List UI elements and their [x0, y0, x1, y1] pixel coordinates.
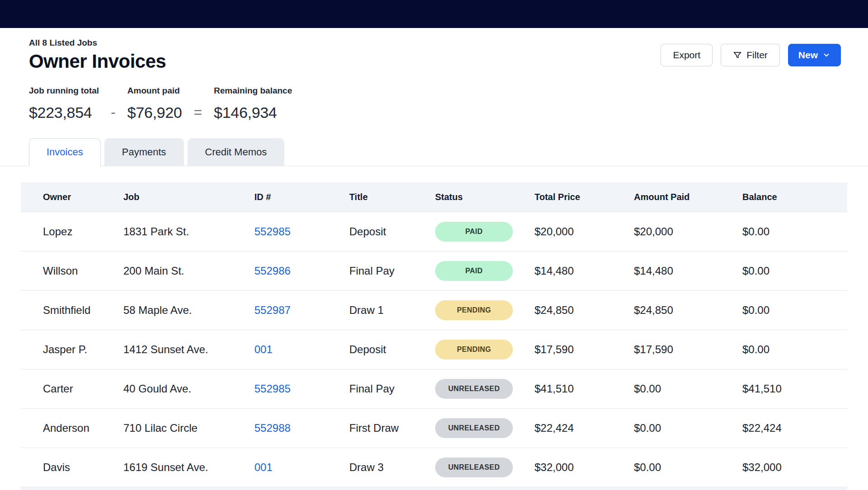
status-badge: UNRELEASED — [435, 379, 513, 399]
cell-status: PENDING — [430, 330, 529, 369]
tab-payments[interactable]: Payments — [104, 138, 184, 166]
column-header-balance: Balance — [737, 182, 847, 212]
invoice-id-link[interactable]: 552985 — [254, 383, 291, 395]
cell-balance: $0.00 — [737, 330, 847, 369]
cell-total-price: $22,424 — [529, 409, 629, 448]
status-badge: UNRELEASED — [435, 457, 513, 477]
cell-total-price: $24,850 — [529, 291, 629, 330]
cell-total-price: $20,000 — [529, 212, 629, 252]
cell-owner: Willson — [21, 252, 118, 291]
table-row: Anderson710 Lilac Circle552988First Draw… — [21, 409, 847, 448]
invoice-id-link[interactable]: 552986 — [254, 265, 291, 277]
cell-amount-paid: $24,850 — [629, 291, 737, 330]
filter-icon — [733, 51, 742, 60]
table-row: Willson200 Main St.552986Final PayPAID$1… — [21, 252, 847, 291]
cell-status: PENDING — [430, 291, 529, 330]
title-block: All 8 Listed Jobs Owner Invoices — [29, 38, 166, 72]
cell-id: 552985 — [249, 212, 344, 252]
cell-id: 001 — [249, 448, 344, 487]
totals-row: Totals $172,854 $76,920 $95,934 — [21, 487, 847, 490]
tab-credit-memos[interactable]: Credit Memos — [188, 138, 285, 166]
cell-amount-paid: $0.00 — [629, 448, 737, 487]
table-header: Owner Job ID # Title Status Total Price … — [21, 182, 847, 212]
cell-id: 552986 — [249, 252, 344, 291]
table-row: Carter40 Gould Ave.552985Final PayUNRELE… — [21, 369, 847, 409]
summary-label: Amount paid — [127, 86, 182, 96]
cell-title: Deposit — [344, 212, 430, 252]
cell-owner: Carter — [21, 369, 118, 409]
column-header-total-price: Total Price — [529, 182, 629, 212]
column-header-job: Job — [118, 182, 249, 212]
cell-amount-paid: $0.00 — [629, 369, 737, 409]
cell-title: Deposit — [344, 330, 430, 369]
minus-operator: - — [111, 104, 116, 121]
cell-title: First Draw — [344, 409, 430, 448]
summary-value: $76,920 — [127, 104, 182, 121]
totals-amount-paid: $76,920 — [629, 487, 737, 490]
new-button-label: New — [798, 50, 818, 61]
status-badge: PAID — [435, 261, 513, 281]
cell-id: 001 — [249, 330, 344, 369]
cell-status: UNRELEASED — [430, 448, 529, 487]
column-header-id: ID # — [249, 182, 344, 212]
cell-amount-paid: $0.00 — [629, 409, 737, 448]
summary-amount-paid: Amount paid $76,920 — [127, 86, 182, 121]
invoice-id-link[interactable]: 001 — [254, 461, 272, 473]
invoice-rows: Lopez1831 Park St.552985DepositPAID$20,0… — [21, 212, 847, 487]
cell-id: 552988 — [249, 409, 344, 448]
cell-job: 1619 Sunset Ave. — [118, 448, 249, 487]
summary-job-running-total: Job running total $223,854 — [29, 86, 99, 121]
table-row: Jasper P.1412 Sunset Ave.001DepositPENDI… — [21, 330, 847, 369]
invoice-id-link[interactable]: 552985 — [254, 225, 291, 238]
summary-value: $146,934 — [214, 104, 292, 121]
equals-operator: = — [194, 104, 202, 121]
cell-job: 1831 Park St. — [118, 212, 249, 252]
summary-label: Job running total — [29, 86, 99, 96]
cell-owner: Davis — [21, 448, 118, 487]
toolbar: Export Filter New — [661, 44, 841, 66]
summary-value: $223,854 — [29, 104, 99, 121]
cell-balance: $0.00 — [737, 291, 847, 330]
page-header: All 8 Listed Jobs Owner Invoices Export … — [0, 28, 868, 72]
table-row: Lopez1831 Park St.552985DepositPAID$20,0… — [21, 212, 847, 252]
top-navigation-bar — [0, 0, 868, 28]
new-button[interactable]: New — [788, 44, 841, 66]
status-badge: PENDING — [435, 340, 513, 359]
cell-title: Final Pay — [344, 369, 430, 409]
tab-invoices[interactable]: Invoices — [29, 138, 101, 166]
cell-status: UNRELEASED — [430, 409, 529, 448]
cell-owner: Jasper P. — [21, 330, 118, 369]
column-header-owner: Owner — [21, 182, 118, 212]
summary-remaining-balance: Remaining balance $146,934 — [214, 86, 292, 121]
cell-balance: $0.00 — [737, 252, 847, 291]
cell-total-price: $41,510 — [529, 369, 629, 409]
invoice-id-link[interactable]: 552988 — [254, 422, 291, 434]
export-button-label: Export — [673, 50, 700, 61]
invoices-table: Owner Job ID # Title Status Total Price … — [21, 182, 847, 490]
cell-amount-paid: $20,000 — [629, 212, 737, 252]
cell-status: PAID — [430, 212, 529, 252]
cell-job: 58 Maple Ave. — [118, 291, 249, 330]
cell-job: 40 Gould Ave. — [118, 369, 249, 409]
column-header-status: Status — [430, 182, 529, 212]
table-row: Smithfield58 Maple Ave.552987Draw 1PENDI… — [21, 291, 847, 330]
invoice-id-link[interactable]: 001 — [254, 343, 272, 355]
cell-title: Draw 3 — [344, 448, 430, 487]
cell-id: 552987 — [249, 291, 344, 330]
column-header-amount-paid: Amount Paid — [629, 182, 737, 212]
cell-id: 552985 — [249, 369, 344, 409]
invoice-id-link[interactable]: 552987 — [254, 304, 291, 316]
export-button[interactable]: Export — [661, 44, 713, 66]
page-title: Owner Invoices — [29, 51, 166, 72]
invoices-table-container: Owner Job ID # Title Status Total Price … — [21, 182, 847, 490]
cell-owner: Anderson — [21, 409, 118, 448]
cell-status: UNRELEASED — [430, 369, 529, 409]
status-badge: PENDING — [435, 300, 513, 320]
jobs-count-note: All 8 Listed Jobs — [29, 38, 166, 48]
cell-total-price: $17,590 — [529, 330, 629, 369]
table-row: Davis1619 Sunset Ave.001Draw 3UNRELEASED… — [21, 448, 847, 487]
filter-button[interactable]: Filter — [721, 44, 780, 66]
cell-amount-paid: $14,480 — [629, 252, 737, 291]
cell-job: 200 Main St. — [118, 252, 249, 291]
totals-total-price: $172,854 — [529, 487, 629, 490]
